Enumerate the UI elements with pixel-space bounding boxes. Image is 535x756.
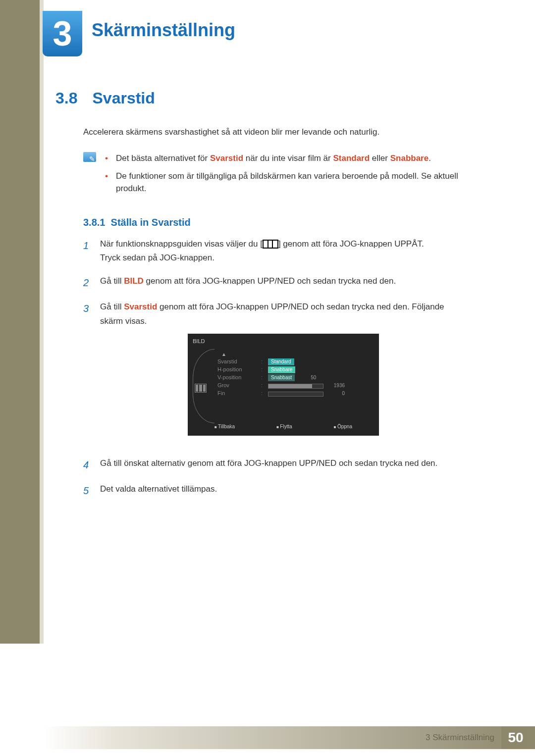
step: 4 Gå till önskat alternativ genom att fö… bbox=[83, 456, 467, 473]
step-body: När funktionsknappsguiden visas väljer d… bbox=[100, 237, 424, 266]
section-title: Svarstid bbox=[92, 89, 155, 107]
note-text: Det bästa alternativet för bbox=[116, 153, 210, 163]
note-text: . bbox=[428, 153, 431, 163]
note-icon bbox=[83, 152, 96, 162]
step: 3 Gå till Svarstid genom att föra JOG-kn… bbox=[83, 300, 467, 447]
step-body: Det valda alternativet tillämpas. bbox=[100, 482, 217, 499]
chapter-title: Skärminställning bbox=[92, 20, 235, 41]
osd-bar[interactable] bbox=[268, 384, 323, 389]
keyword-bild: BILD bbox=[124, 276, 144, 286]
keyword-svarstid: Svarstid bbox=[124, 302, 157, 311]
section-number: 3.8 bbox=[55, 89, 77, 107]
osd-row-grov: Grov : 1936 bbox=[217, 382, 373, 390]
step-text: Gå till bbox=[100, 302, 124, 311]
page-footer: 3 Skärminställning 50 bbox=[44, 726, 535, 749]
osd-option-standard[interactable]: Standard bbox=[268, 358, 294, 365]
note-block: Det bästa alternativet för Svarstid när … bbox=[83, 152, 467, 200]
step: 1 När funktionsknappsguiden visas väljer… bbox=[83, 237, 467, 266]
osd-rows: Svarstid : Standard H-position : bbox=[217, 358, 373, 398]
osd-side-icon bbox=[195, 384, 207, 393]
osd-footer-move: Flytta bbox=[276, 422, 292, 431]
step: 2 Gå till BILD genom att föra JOG-knappe… bbox=[83, 274, 467, 291]
footer-label: 3 Skärminställning bbox=[426, 733, 494, 743]
step-number: 4 bbox=[83, 456, 93, 473]
note-item: Det bästa alternativet för Svarstid när … bbox=[105, 152, 467, 165]
sidebar-band bbox=[0, 0, 40, 644]
osd-option-snabbast[interactable]: Snabbast bbox=[268, 374, 295, 381]
page-number: 50 bbox=[501, 726, 530, 749]
step-number: 5 bbox=[83, 482, 93, 499]
page: 3 Skärminställning 3.8 Svarstid Accelere… bbox=[0, 0, 535, 756]
menu-grid-icon bbox=[263, 240, 278, 249]
osd-row-fin: Fin : 0 bbox=[217, 390, 373, 398]
note-item: De funktioner som är tillgängliga på bil… bbox=[105, 170, 467, 195]
subsection-title: Ställa in Svarstid bbox=[111, 217, 191, 228]
step-number: 1 bbox=[83, 237, 93, 266]
step-text: ] genom att föra JOG-knappen UPPÅT. bbox=[278, 239, 424, 249]
note-text: eller bbox=[370, 153, 390, 163]
osd-title: BILD bbox=[188, 334, 379, 349]
note-text: när du inte visar film är bbox=[243, 153, 333, 163]
step: 5 Det valda alternativet tillämpas. bbox=[83, 482, 467, 499]
osd-row-svarstid: Svarstid : Standard bbox=[217, 358, 373, 366]
chapter-number-badge: 3 bbox=[43, 11, 82, 56]
step-number: 2 bbox=[83, 274, 93, 291]
step-text: När funktionsknappsguiden visas väljer d… bbox=[100, 239, 263, 249]
osd-footer: Tillbaka Flytta Öppna bbox=[188, 419, 379, 431]
osd-row-hpos: H-position : Snabbare bbox=[217, 366, 373, 374]
keyword-standard: Standard bbox=[333, 153, 370, 163]
step-body: Gå till BILD genom att föra JOG-knappen … bbox=[100, 274, 396, 291]
subsection-number: 3.8.1 bbox=[83, 217, 105, 228]
note-list: Det bästa alternativet för Svarstid när … bbox=[105, 152, 467, 200]
subsection-heading: 3.8.1 Ställa in Svarstid bbox=[83, 217, 467, 228]
keyword-svarstid: Svarstid bbox=[210, 153, 243, 163]
step-body: Gå till Svarstid genom att föra JOG-knap… bbox=[100, 300, 467, 447]
osd-up-arrow-icon: ▲ bbox=[221, 350, 226, 358]
content-area: 3.8 Svarstid Accelerera skärmens svarsha… bbox=[55, 89, 467, 508]
osd-screenshot: BILD ▲ Svarstid : Standard bbox=[188, 334, 379, 436]
section-heading: 3.8 Svarstid bbox=[55, 89, 467, 107]
osd-option-snabbare[interactable]: Snabbare bbox=[268, 366, 295, 373]
osd-label: Fin bbox=[217, 389, 257, 398]
steps-list: 1 När funktionsknappsguiden visas väljer… bbox=[83, 237, 467, 499]
step-number: 3 bbox=[83, 300, 93, 447]
osd-slider: 0 bbox=[268, 389, 352, 398]
osd-value: 0 bbox=[325, 389, 345, 398]
osd-footer-open: Öppna bbox=[334, 422, 352, 431]
keyword-snabbare: Snabbare bbox=[390, 153, 428, 163]
osd-row-vpos: V-position : Snabbast 50 bbox=[217, 374, 373, 382]
step-text: Gå till bbox=[100, 276, 124, 286]
step-text: genom att föra JOG-knappen UPP/NED och s… bbox=[144, 276, 396, 286]
sidebar-band-light bbox=[40, 0, 44, 644]
step-text: Tryck sedan på JOG-knappen. bbox=[100, 253, 214, 262]
step-body: Gå till önskat alternativ genom att föra… bbox=[100, 456, 437, 473]
osd-body: ▲ Svarstid : Standard bbox=[188, 349, 379, 419]
osd-bar[interactable] bbox=[268, 392, 323, 397]
intro-paragraph: Accelerera skärmens svarshastighet så at… bbox=[83, 127, 467, 137]
osd-footer-back: Tillbaka bbox=[214, 422, 235, 431]
